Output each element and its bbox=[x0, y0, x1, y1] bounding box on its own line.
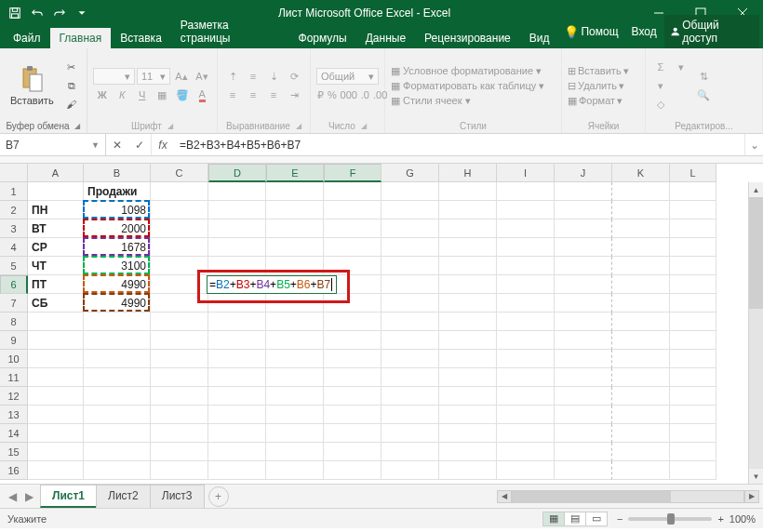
row-header-11[interactable]: 11 bbox=[0, 368, 28, 387]
scroll-down-icon[interactable]: ▼ bbox=[749, 469, 763, 484]
cell-A15[interactable] bbox=[28, 443, 84, 461]
col-header-A[interactable]: A bbox=[28, 164, 84, 182]
cell-H6[interactable] bbox=[439, 275, 497, 294]
cell-L13[interactable] bbox=[670, 406, 716, 424]
cell-B4[interactable]: 1678 bbox=[84, 238, 151, 257]
cell-I4[interactable] bbox=[497, 238, 555, 257]
cell-J10[interactable] bbox=[555, 350, 612, 368]
chevron-down-icon[interactable]: ▾ bbox=[672, 59, 690, 75]
cell-J7[interactable] bbox=[555, 294, 612, 313]
align-center-icon[interactable]: ≡ bbox=[244, 86, 262, 103]
cell-L11[interactable] bbox=[670, 368, 716, 387]
row-header-13[interactable]: 13 bbox=[0, 406, 28, 424]
cell-C11[interactable] bbox=[151, 368, 208, 387]
cell-H8[interactable] bbox=[439, 313, 497, 331]
cell-D3[interactable] bbox=[208, 219, 266, 238]
cell-E2[interactable] bbox=[266, 201, 324, 219]
cell-J9[interactable] bbox=[555, 331, 612, 350]
cell-H5[interactable] bbox=[439, 257, 497, 275]
increase-decimal-icon[interactable]: .0 bbox=[360, 86, 370, 103]
cell-G2[interactable] bbox=[382, 201, 439, 219]
cell-J11[interactable] bbox=[555, 368, 612, 387]
sheet-tab[interactable]: Лист3 bbox=[150, 485, 205, 508]
row-header-4[interactable]: 4 bbox=[0, 238, 28, 257]
cell-I8[interactable] bbox=[497, 313, 555, 331]
cell-L4[interactable] bbox=[670, 238, 716, 257]
cell-A7[interactable]: СБ bbox=[28, 294, 84, 313]
cell-J16[interactable] bbox=[555, 461, 612, 480]
cell-C10[interactable] bbox=[151, 350, 208, 368]
cell-D1[interactable] bbox=[208, 182, 266, 201]
help-button[interactable]: 💡Помощ bbox=[558, 21, 623, 43]
cell-H4[interactable] bbox=[439, 238, 497, 257]
cell-E8[interactable] bbox=[266, 313, 324, 331]
cell-F9[interactable] bbox=[324, 331, 382, 350]
zoom-in-icon[interactable]: + bbox=[717, 513, 723, 525]
cell-F13[interactable] bbox=[324, 406, 382, 424]
cell-C5[interactable] bbox=[151, 257, 208, 275]
italic-icon[interactable]: К bbox=[114, 86, 132, 103]
cell-E15[interactable] bbox=[266, 443, 324, 461]
cell-A11[interactable] bbox=[28, 368, 84, 387]
cell-C9[interactable] bbox=[151, 331, 208, 350]
cell-L3[interactable] bbox=[670, 219, 716, 238]
cell-I3[interactable] bbox=[497, 219, 555, 238]
spreadsheet-grid[interactable]: ABCDEFGHIJKL 1Продажи2ПН10983ВТ20004СР16… bbox=[0, 164, 763, 484]
cell-E3[interactable] bbox=[266, 219, 324, 238]
cell-C15[interactable] bbox=[151, 443, 208, 461]
tab-formulas[interactable]: Формулы bbox=[289, 28, 356, 48]
cell-C3[interactable] bbox=[151, 219, 208, 238]
cell-L15[interactable] bbox=[670, 443, 716, 461]
scroll-up-icon[interactable]: ▲ bbox=[749, 182, 763, 197]
cell-K1[interactable] bbox=[612, 182, 670, 201]
cell-K13[interactable] bbox=[612, 406, 670, 424]
cell-A4[interactable]: СР bbox=[28, 238, 84, 257]
select-all-corner[interactable] bbox=[0, 164, 28, 182]
cell-D10[interactable] bbox=[208, 350, 266, 368]
number-format-select[interactable]: Общий▾ bbox=[316, 68, 379, 85]
cell-E13[interactable] bbox=[266, 406, 324, 424]
cell-editor[interactable]: =B2+B3+B4+B5+B6+B7 bbox=[207, 275, 337, 294]
confirm-edit-icon[interactable]: ✓ bbox=[128, 139, 151, 152]
find-select-icon[interactable]: 🔍 bbox=[694, 86, 713, 103]
cell-F15[interactable] bbox=[324, 443, 382, 461]
launcher-icon[interactable]: ◢ bbox=[296, 122, 301, 130]
vertical-scrollbar[interactable]: ▲ ▼ bbox=[748, 182, 763, 484]
paste-button[interactable]: Вставить bbox=[6, 52, 59, 119]
cell-E5[interactable] bbox=[266, 257, 324, 275]
indent-icon[interactable]: ⇥ bbox=[285, 86, 303, 103]
cell-E11[interactable] bbox=[266, 368, 324, 387]
cell-I2[interactable] bbox=[497, 201, 555, 219]
copy-icon[interactable]: ⧉ bbox=[62, 77, 81, 94]
cell-B9[interactable] bbox=[84, 331, 151, 350]
redo-icon[interactable] bbox=[50, 4, 69, 22]
cell-G14[interactable] bbox=[382, 424, 439, 443]
cell-D8[interactable] bbox=[208, 313, 266, 331]
cell-A8[interactable] bbox=[28, 313, 84, 331]
cell-G16[interactable] bbox=[382, 461, 439, 480]
cell-C1[interactable] bbox=[151, 182, 208, 201]
cell-L7[interactable] bbox=[670, 294, 716, 313]
cell-F8[interactable] bbox=[324, 313, 382, 331]
share-button[interactable]: Общий доступ bbox=[664, 15, 759, 48]
col-header-L[interactable]: L bbox=[670, 164, 716, 182]
tab-review[interactable]: Рецензирование bbox=[415, 28, 520, 48]
conditional-formatting-button[interactable]: ▦ Условное форматирование ▾ bbox=[391, 65, 542, 77]
cell-K11[interactable] bbox=[612, 368, 670, 387]
col-header-H[interactable]: H bbox=[439, 164, 497, 182]
cell-K5[interactable] bbox=[612, 257, 670, 275]
delete-cells-button[interactable]: ⊟ Удалить ▾ bbox=[568, 80, 639, 92]
view-page-layout-icon[interactable]: ▤ bbox=[564, 512, 586, 526]
cell-A12[interactable] bbox=[28, 387, 84, 406]
launcher-icon[interactable]: ◢ bbox=[361, 122, 367, 130]
cell-H16[interactable] bbox=[439, 461, 497, 480]
col-header-I[interactable]: I bbox=[497, 164, 555, 182]
cell-F2[interactable] bbox=[324, 201, 382, 219]
tab-file[interactable]: Файл bbox=[4, 28, 50, 48]
launcher-icon[interactable]: ◢ bbox=[74, 122, 80, 130]
row-header-6[interactable]: 6 bbox=[0, 275, 28, 294]
cell-C16[interactable] bbox=[151, 461, 208, 480]
col-header-J[interactable]: J bbox=[555, 164, 612, 182]
cell-J3[interactable] bbox=[555, 219, 612, 238]
border-icon[interactable]: ▦ bbox=[154, 86, 172, 103]
